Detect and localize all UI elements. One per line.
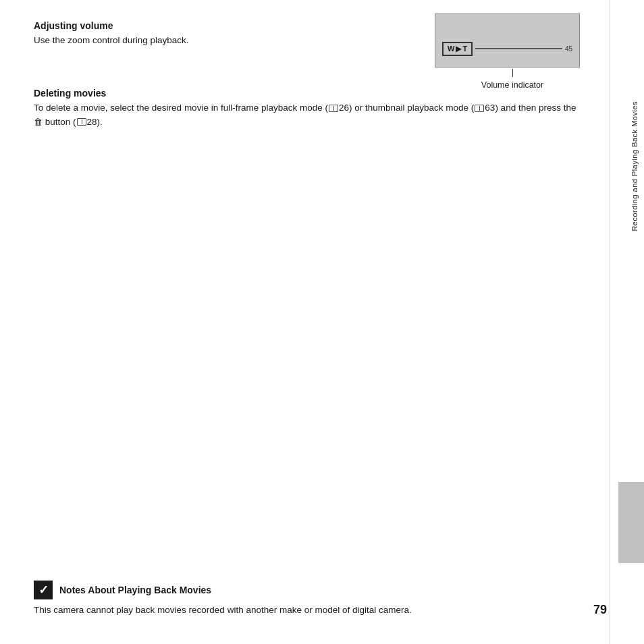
side-tab-text: Recording and Playing Back Movies: [630, 101, 639, 232]
volume-indicator-container: Volume indicator: [435, 69, 590, 90]
delete-body-3: ) and then press the: [495, 103, 576, 113]
volume-line: [475, 48, 562, 49]
ref3-page: 28: [87, 117, 97, 127]
gray-tab: [618, 482, 644, 563]
volume-indicator-label: Volume indicator: [481, 80, 543, 90]
book-icon-3: [77, 118, 86, 126]
adjusting-volume-title: Adjusting volume: [34, 20, 358, 31]
delete-body-5: ).: [97, 117, 103, 127]
delete-body-2: ) or thumbnail playback mode (: [349, 103, 474, 113]
main-content: Adjusting volume Use the zoom control du…: [0, 0, 610, 644]
notes-title: Notes About Playing Back Movies: [59, 585, 211, 595]
volume-image-area: W ▶ T 45 Volume indicator: [435, 14, 590, 90]
delete-body-4: button (: [43, 117, 76, 127]
w-label: W: [448, 45, 454, 53]
notes-section: ✓ Notes About Playing Back Movies This c…: [34, 581, 603, 617]
side-tab: Recording and Playing Back Movies: [610, 0, 644, 644]
ref1-page: 26: [339, 103, 349, 113]
adjusting-volume-body: Use the zoom control during playback.: [34, 34, 358, 47]
adjusting-volume-section: Adjusting volume Use the zoom control du…: [34, 20, 583, 47]
volume-value: 45: [565, 45, 572, 53]
deleting-movies-body: To delete a movie, select the desired mo…: [34, 101, 583, 129]
volume-number: 45: [565, 45, 572, 53]
ref2-page: 63: [485, 103, 495, 113]
notes-header: ✓ Notes About Playing Back Movies: [34, 581, 603, 599]
book-icon-1: [329, 105, 338, 112]
checkmark-icon: ✓: [38, 584, 49, 596]
t-label: T: [462, 45, 467, 53]
page-number: 79: [593, 603, 607, 617]
delete-body-1: To delete a movie, select the desired mo…: [34, 103, 328, 113]
checkmark-box: ✓: [34, 581, 53, 599]
book-icon-2: [475, 105, 484, 112]
volume-indicator-line: [512, 69, 513, 77]
notes-body: This camera cannot play back movies reco…: [34, 603, 603, 617]
speaker-icon: ▶: [456, 45, 461, 53]
volume-bar-area: W ▶ T 45: [442, 43, 572, 55]
deleting-movies-section: Deleting movies To delete a movie, selec…: [34, 88, 583, 129]
volume-control-box: W ▶ T: [442, 42, 473, 56]
volume-screen: W ▶ T 45: [435, 14, 580, 68]
divider-line: [610, 0, 610, 644]
trash-icon: 🗑: [34, 115, 43, 129]
